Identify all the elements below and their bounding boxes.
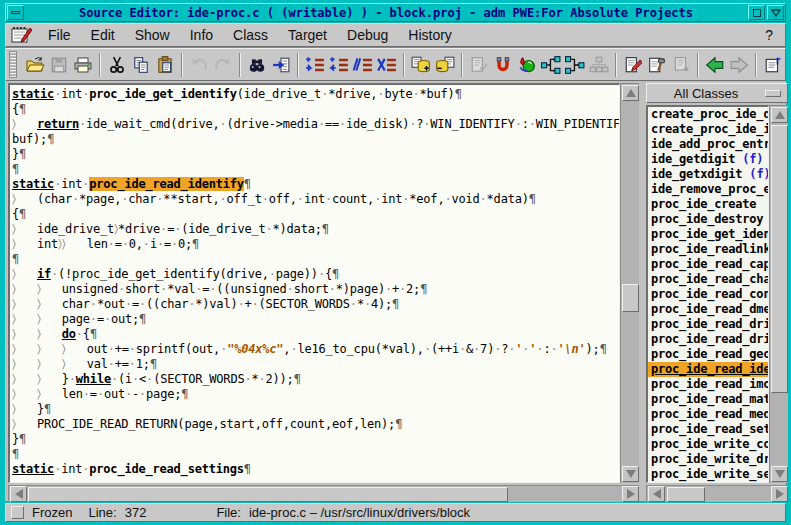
code-line[interactable]: 〉 (char·*page,·char·**start,·off_t·off,·… — [12, 192, 619, 207]
code-line[interactable]: 〉 〉 }·while·(i·<·(SECTOR_WORDS·*·2));¶ — [12, 372, 619, 387]
editor-settings-button[interactable] — [762, 52, 784, 78]
list-item[interactable]: proc_ide_read_cha — [648, 272, 768, 287]
comment-button[interactable] — [352, 52, 374, 78]
scroll-down-button[interactable] — [622, 466, 639, 482]
print-button[interactable] — [72, 52, 94, 78]
paste-button[interactable] — [154, 52, 176, 78]
list-item[interactable]: proc_ide_destroy — [648, 212, 768, 227]
editor-vscroll-thumb[interactable] — [622, 284, 639, 312]
code-line[interactable]: ¶ — [12, 252, 619, 267]
code-line[interactable]: 〉 〉 char·*out·=·((char·*)val)·+·(SECTOR_… — [12, 297, 619, 312]
copy-button[interactable] — [130, 52, 152, 78]
code-line[interactable]: 〉 int〉〉 len·=·0,·i·=·0;¶ — [12, 237, 619, 252]
list-item[interactable]: proc_ide_read_dme — [648, 302, 768, 317]
list-item[interactable]: proc_ide_readlink — [648, 242, 768, 257]
menu-item-target[interactable]: Target — [278, 24, 337, 46]
list-item[interactable]: proc_ide_create — [648, 197, 768, 212]
code-line[interactable]: static·int·proc_ide_read_settings¶ — [12, 462, 619, 477]
indent-button[interactable] — [304, 52, 326, 78]
scroll-right-button[interactable] — [771, 486, 788, 502]
code-line[interactable]: 〉 〉 len·=·out·-·page;¶ — [12, 387, 619, 402]
menu-item-edit[interactable]: Edit — [81, 24, 125, 46]
scroll-right-button[interactable] — [622, 486, 639, 502]
reparse-button[interactable] — [516, 52, 538, 78]
list-item[interactable]: ide_remove_proc_e — [648, 182, 768, 197]
code-line[interactable]: 〉 if·(!proc_ide_get_identify(drive,·page… — [12, 267, 619, 282]
list-vertical-scrollbar[interactable] — [769, 105, 788, 483]
list-item[interactable]: proc_ide_read_ide — [648, 362, 768, 377]
magnet-button[interactable] — [492, 52, 514, 78]
list-horizontal-scrollbar[interactable] — [646, 485, 788, 502]
menu-help[interactable]: ? — [753, 24, 785, 46]
code-line[interactable]: buf);¶ — [12, 132, 619, 147]
menu-item-info[interactable]: Info — [180, 24, 223, 46]
window-menu-button[interactable] — [767, 5, 784, 20]
code-area[interactable]: static·int·proc_ide_get_identify(ide_dri… — [8, 83, 620, 483]
toolbar-grip[interactable] — [9, 51, 17, 78]
show-used-by-button[interactable] — [564, 52, 586, 78]
back-button[interactable] — [704, 52, 726, 78]
list-item[interactable]: ide_getxdigit (f) — [648, 167, 768, 182]
class-filter-dropdown[interactable]: All Classes — [646, 83, 788, 103]
edit-source-button[interactable] — [622, 52, 644, 78]
list-item[interactable]: ide_add_proc_entr — [648, 137, 768, 152]
menu-item-class[interactable]: Class — [223, 24, 278, 46]
code-line[interactable]: 〉 〉 unsigned·short·*val·=·((unsigned·sho… — [12, 282, 619, 297]
list-item[interactable]: create_proc_ide_d — [648, 107, 768, 122]
code-line[interactable]: 〉 〉 do·{¶ — [12, 327, 619, 342]
list-item[interactable]: proc_ide_read_geo — [648, 347, 768, 362]
editor-hscroll-thumb[interactable] — [28, 487, 508, 502]
show-uses-button[interactable] — [540, 52, 562, 78]
checkin-button[interactable] — [434, 52, 456, 78]
list-item[interactable]: proc_ide_write_dr — [648, 452, 768, 467]
scroll-up-button[interactable] — [622, 85, 639, 101]
editor-horizontal-scrollbar[interactable] — [8, 485, 639, 502]
scroll-down-button[interactable] — [771, 466, 788, 482]
list-item[interactable]: proc_ide_read_cap — [648, 257, 768, 272]
scroll-up-button[interactable] — [771, 107, 788, 123]
code-line[interactable]: 〉 PROC_IDE_READ_RETURN(page,start,off,co… — [12, 417, 619, 432]
list-item[interactable]: ide_getdigit (f) — [648, 152, 768, 167]
list-item[interactable]: proc_ide_get_iden — [648, 227, 768, 242]
list-vscroll-thumb[interactable] — [771, 125, 788, 393]
code-line[interactable]: ¶ — [12, 447, 619, 462]
menu-item-file[interactable]: File — [38, 24, 81, 46]
editor-vertical-scrollbar[interactable] — [620, 83, 639, 483]
build-button[interactable] — [646, 52, 668, 78]
code-line[interactable]: static·int·proc_ide_read_identify¶ — [12, 177, 619, 192]
code-line[interactable]: 〉 }¶ — [12, 402, 619, 417]
code-line[interactable]: 〉 〉 page·=·out;¶ — [12, 312, 619, 327]
code-line[interactable]: {¶ — [12, 102, 619, 117]
list-item[interactable]: proc_ide_write_se — [648, 467, 768, 482]
titlebar[interactable]: Source Editor: ide-proc.c ( (writable) )… — [5, 3, 786, 22]
list-item[interactable]: proc_ide_read_con — [648, 287, 768, 302]
goto-line-button[interactable] — [270, 52, 292, 78]
scroll-left-button[interactable] — [648, 486, 665, 502]
checkout-button[interactable] — [410, 52, 432, 78]
code-line[interactable]: static·int·proc_ide_get_identify(ide_dri… — [12, 87, 619, 102]
list-item[interactable]: proc_ide_read_dri — [648, 332, 768, 347]
open-folder-button[interactable] — [24, 52, 46, 78]
uncomment-button[interactable] — [376, 52, 398, 78]
code-line[interactable]: }¶ — [12, 147, 619, 162]
code-line[interactable]: 〉 return·ide_wait_cmd(drive,·(drive->med… — [12, 117, 619, 132]
list-item[interactable]: proc_ide_read_mat — [648, 392, 768, 407]
list-item[interactable]: proc_ide_read_imo — [648, 377, 768, 392]
list-item[interactable]: proc_ide_read_med — [648, 407, 768, 422]
scroll-left-button[interactable] — [10, 486, 27, 502]
list-item[interactable]: proc_ide_read_set — [648, 422, 768, 437]
outdent-button[interactable] — [328, 52, 350, 78]
code-line[interactable]: ¶ — [12, 162, 619, 177]
list-item[interactable]: proc_ide_read_dri — [648, 317, 768, 332]
window-maximize-button[interactable] — [748, 5, 765, 20]
code-line[interactable]: 〉 〉 〉 out·+=·sprintf(out,·"%04x%c",·le16… — [12, 342, 619, 357]
list-hscroll-thumb[interactable] — [667, 487, 705, 502]
code-line[interactable]: }¶ — [12, 432, 619, 447]
menu-item-history[interactable]: History — [398, 24, 462, 46]
window-minimize-button[interactable] — [7, 5, 24, 20]
code-line[interactable]: 〉 ide_drive_t〉*drive·=·(ide_drive_t·*)da… — [12, 222, 619, 237]
list-item[interactable]: create_proc_ide_i — [648, 122, 768, 137]
find-button[interactable] — [246, 52, 268, 78]
menu-item-show[interactable]: Show — [125, 24, 180, 46]
cut-button[interactable] — [106, 52, 128, 78]
